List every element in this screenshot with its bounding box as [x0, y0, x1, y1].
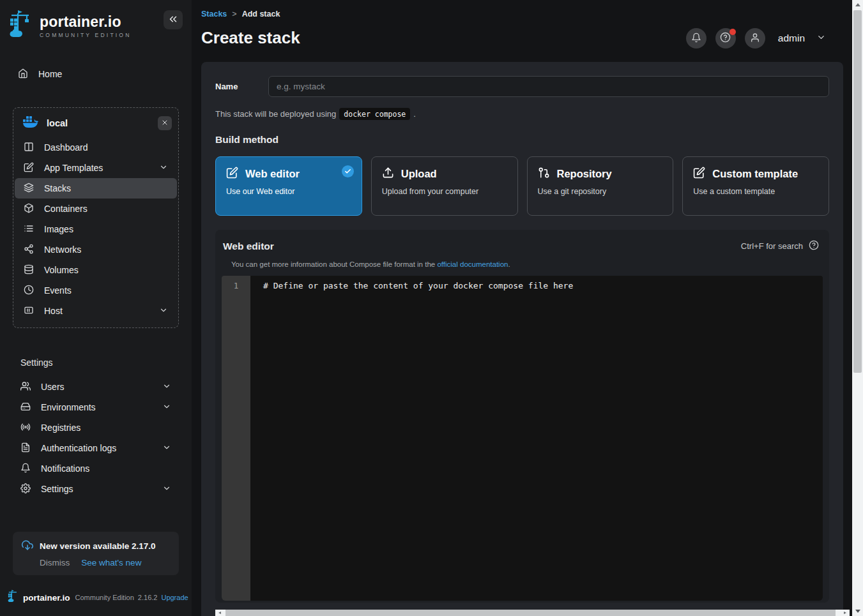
selected-check-icon: [342, 165, 354, 177]
build-option-title: Web editor: [245, 168, 300, 180]
portainer-crane-icon: [9, 10, 34, 41]
compose-info-text: You can get more information about Compo…: [231, 260, 435, 268]
sidebar-item-settings[interactable]: Settings: [6, 479, 185, 499]
build-option-subtitle: Use our Web editor: [226, 187, 351, 196]
sidebar: portainer.io COMMUNITY EDITION Home: [0, 0, 192, 616]
breadcrumb-stacks-link[interactable]: Stacks: [201, 10, 227, 19]
dismiss-button[interactable]: Dismiss: [40, 558, 70, 567]
user-icon: [750, 33, 760, 45]
build-option-web-editor[interactable]: Web editor Use our Web editor: [215, 156, 362, 216]
sidebar-item-label: Stacks: [44, 183, 71, 193]
help-button[interactable]: [715, 28, 736, 49]
breadcrumb-separator: >: [232, 10, 236, 19]
edit-icon: [226, 167, 238, 181]
sidebar-item-label: Home: [38, 69, 62, 79]
sidebar-footer: portainer.io Community Edition 2.16.2 Up…: [8, 589, 188, 606]
build-option-subtitle: Use a git repository: [538, 187, 663, 196]
sidebar-item-label: Notifications: [41, 463, 89, 474]
search-hint: Ctrl+F for search: [741, 240, 819, 252]
networks-icon: [24, 244, 34, 256]
sidebar-item-label: Networks: [44, 244, 81, 255]
chevron-down-icon: [162, 382, 171, 393]
scroll-right-arrow[interactable]: [839, 610, 850, 616]
sidebar-item-networks[interactable]: Networks: [15, 239, 177, 260]
upgrade-link[interactable]: Upgrade: [161, 594, 188, 601]
sidebar-item-home[interactable]: Home: [6, 64, 185, 84]
sidebar-item-label: Events: [44, 285, 72, 296]
notifications-button[interactable]: [686, 28, 706, 49]
build-method-heading: Build method: [215, 134, 829, 146]
name-field-row: Name: [215, 76, 829, 97]
portainer-logo[interactable]: portainer.io COMMUNITY EDITION: [9, 10, 132, 41]
help-circle-icon[interactable]: [809, 240, 819, 252]
sidebar-item-stacks[interactable]: Stacks: [15, 178, 177, 199]
horizontal-scrollbar-thumb[interactable]: [225, 610, 836, 616]
build-option-title: Custom template: [712, 168, 798, 180]
vertical-scrollbar[interactable]: [852, 0, 863, 616]
chevron-down-icon[interactable]: [816, 33, 826, 45]
upload-icon: [382, 167, 394, 181]
sidebar-item-events[interactable]: Events: [15, 280, 177, 301]
scroll-left-arrow[interactable]: [215, 610, 225, 616]
sidebar-collapse-button[interactable]: [164, 10, 183, 29]
sidebar-item-containers[interactable]: Containers: [15, 199, 177, 219]
chevron-down-icon: [162, 484, 171, 495]
horizontal-scrollbar[interactable]: [215, 610, 850, 616]
sidebar-item-label: Registries: [41, 423, 80, 433]
sidebar-item-app-templates[interactable]: App Templates: [15, 158, 177, 178]
chevrons-left-icon: [167, 13, 179, 27]
sidebar-item-dashboard[interactable]: Dashboard: [15, 137, 177, 158]
sidebar-item-environments[interactable]: Environments: [6, 397, 185, 417]
build-option-custom-template[interactable]: Custom template Use a custom template: [682, 156, 829, 216]
sidebar-item-notifications[interactable]: Notifications: [6, 458, 185, 479]
sidebar-item-label: Volumes: [44, 265, 79, 275]
environments-icon: [20, 402, 31, 414]
docker-whale-icon: [22, 116, 39, 131]
stack-name-input[interactable]: [268, 76, 829, 97]
deploy-method-chip: docker compose: [339, 108, 410, 120]
environment-close-button[interactable]: [158, 116, 172, 130]
update-banner-title: New version available 2.17.0: [40, 541, 156, 551]
user-avatar[interactable]: [745, 28, 765, 49]
stacks-icon: [24, 183, 34, 195]
cloud-download-icon: [22, 539, 33, 553]
build-option-repository[interactable]: Repository Use a git repository: [527, 156, 674, 216]
volumes-icon: [24, 264, 34, 276]
build-option-subtitle: Upload from your computer: [382, 187, 507, 196]
auth-logs-icon: [20, 442, 31, 454]
editor-textarea[interactable]: # Define or paste the content of your do…: [250, 276, 823, 601]
search-hint-text: Ctrl+F for search: [741, 241, 803, 251]
registries-icon: [20, 422, 31, 434]
main-area: Stacks > Add stack Create stack admin Na…: [192, 0, 852, 616]
username[interactable]: admin: [778, 33, 805, 44]
build-option-upload[interactable]: Upload Upload from your computer: [371, 156, 518, 216]
sidebar-item-users[interactable]: Users: [6, 377, 185, 397]
git-repository-icon: [538, 167, 550, 181]
scroll-up-arrow[interactable]: [852, 0, 863, 10]
footer-version: 2.16.2: [138, 594, 158, 601]
page-title: Create stack: [201, 28, 300, 48]
see-whats-new-link[interactable]: See what's new: [81, 558, 141, 567]
scroll-down-arrow[interactable]: [852, 606, 863, 616]
create-stack-panel: Name This stack will be deployed using d…: [201, 62, 843, 616]
images-icon: [24, 223, 34, 236]
sidebar-item-authentication-logs[interactable]: Authentication logs: [6, 438, 185, 458]
sidebar-item-label: App Templates: [44, 163, 103, 173]
sidebar-item-images[interactable]: Images: [15, 219, 177, 239]
line-number: 1: [234, 281, 239, 290]
sidebar-item-registries[interactable]: Registries: [6, 417, 185, 438]
deploy-note-text: This stack will be deployed using: [215, 109, 336, 119]
vertical-scrollbar-thumb[interactable]: [853, 10, 862, 373]
settings-heading: Settings: [20, 357, 185, 368]
sidebar-item-host[interactable]: Host: [15, 301, 177, 321]
home-icon: [18, 68, 28, 80]
sidebar-item-volumes[interactable]: Volumes: [15, 260, 177, 280]
sidebar-item-label: Host: [44, 306, 63, 316]
notifications-icon: [20, 463, 31, 475]
compose-info: You can get more information about Compo…: [231, 260, 829, 268]
deploy-note: This stack will be deployed using docker…: [215, 108, 829, 120]
settings-icon: [20, 483, 31, 495]
close-icon: [161, 119, 169, 128]
sidebar-item-label: Containers: [44, 204, 88, 214]
official-documentation-link[interactable]: official documentation: [437, 260, 508, 268]
